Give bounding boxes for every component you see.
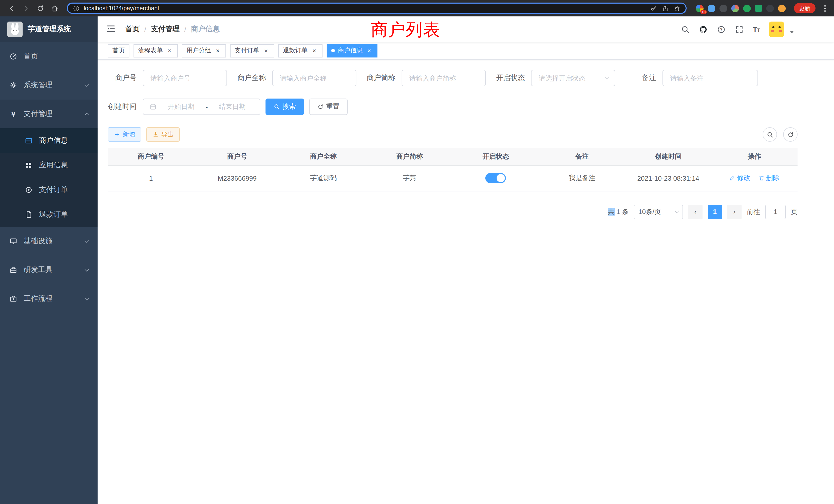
- table-row: 1 M233666999 芋道源码 芋艿 我是备注 2021-10-23 08:…: [108, 165, 797, 191]
- tab-home[interactable]: 首页: [108, 44, 129, 57]
- extension-green-square-icon[interactable]: [755, 5, 762, 12]
- site-info-icon[interactable]: [73, 5, 80, 12]
- filter-merchant-no: 商户号: [108, 70, 227, 86]
- prev-page-button[interactable]: ‹: [688, 205, 703, 219]
- edit-link[interactable]: 修改: [729, 174, 750, 183]
- document-icon: [25, 210, 33, 219]
- goto-page-input[interactable]: [765, 205, 786, 219]
- chevron-down-icon[interactable]: [790, 30, 794, 33]
- sidebar-item-infra[interactable]: 基础设施: [0, 227, 97, 256]
- short-name-input[interactable]: [408, 74, 479, 83]
- sidebar-item-system[interactable]: 系统管理: [0, 71, 97, 99]
- full-name-input[interactable]: [279, 74, 350, 83]
- status-toggle[interactable]: [486, 173, 506, 183]
- key-icon[interactable]: [650, 5, 657, 12]
- sidebar-item-refund-order[interactable]: 退款订单: [0, 202, 97, 227]
- tab-user-group[interactable]: 用户分组 ×: [182, 44, 226, 57]
- sidebar-item-merchant-info[interactable]: 商户信息: [0, 128, 97, 153]
- docs-question-icon[interactable]: ?: [717, 25, 726, 34]
- date-end-placeholder[interactable]: 结束日期: [211, 102, 254, 111]
- merchant-table: 商户编号 商户号 商户全称 商户简称 开启状态 备注 创建时间 操作 1: [108, 148, 797, 191]
- tab-pay-order[interactable]: 支付订单 ×: [230, 44, 274, 57]
- close-icon[interactable]: ×: [214, 47, 221, 54]
- close-icon[interactable]: ×: [311, 47, 318, 54]
- pagination: 共 1 条 10条/页 ‹ 1 › 前往 页: [108, 205, 797, 219]
- extension-green-check-icon[interactable]: [743, 4, 751, 12]
- date-range-picker[interactable]: 开始日期 - 结束日期: [143, 98, 260, 115]
- trash-icon: [759, 175, 765, 181]
- cell-short-name: 芋艿: [367, 165, 453, 191]
- close-icon[interactable]: ×: [366, 47, 373, 54]
- short-name-input-wrap: [401, 70, 486, 86]
- extension-puzzle-icon[interactable]: 10: [696, 4, 704, 12]
- add-button[interactable]: 新增: [108, 127, 141, 142]
- breadcrumb-home[interactable]: 首页: [125, 25, 140, 34]
- remark-input[interactable]: [669, 74, 751, 83]
- sidebar-item-workflow[interactable]: 工作流程: [0, 284, 97, 313]
- merchant-no-input[interactable]: [150, 74, 220, 83]
- fullscreen-icon[interactable]: [735, 25, 744, 34]
- github-icon[interactable]: [699, 25, 708, 34]
- col-short-name: 商户简称: [367, 148, 453, 165]
- tab-merchant-info[interactable]: 商户信息 ×: [327, 44, 377, 57]
- sidebar-item-dev-tools[interactable]: 研发工具: [0, 256, 97, 284]
- status-select[interactable]: [531, 70, 615, 86]
- tab-label: 退款订单: [283, 46, 308, 55]
- merchant-no-input-wrap: [143, 70, 227, 86]
- filter-full-name: 商户全称: [237, 70, 356, 86]
- export-button[interactable]: 导出: [146, 127, 180, 142]
- font-size-icon[interactable]: TT: [753, 26, 760, 33]
- pencil-icon: [729, 175, 736, 181]
- bookmark-star-icon[interactable]: [674, 5, 680, 12]
- home-icon: [50, 4, 58, 12]
- extension-knot-icon[interactable]: [766, 4, 774, 12]
- status-select-input[interactable]: [538, 74, 602, 83]
- chevron-down-icon: [85, 267, 89, 272]
- cell-actions: 修改 删除: [711, 165, 797, 191]
- browser-forward-button[interactable]: [20, 2, 32, 14]
- rabbit-logo-icon: [7, 22, 23, 37]
- tab-process-form[interactable]: 流程表单 ×: [133, 44, 178, 57]
- tab-refund-order[interactable]: 退款订单 ×: [278, 44, 323, 57]
- close-icon[interactable]: ×: [262, 47, 270, 54]
- user-avatar[interactable]: [769, 22, 784, 37]
- date-start-placeholder[interactable]: 开始日期: [160, 102, 203, 111]
- page-size-select[interactable]: 10条/页: [634, 205, 683, 219]
- browser-back-button[interactable]: [5, 2, 18, 14]
- sidebar-item-home[interactable]: 首页: [0, 42, 97, 71]
- filter-row-2: 创建时间 开始日期 - 结束日期 搜索: [108, 98, 797, 115]
- filter-create-time: 创建时间 开始日期 - 结束日期: [108, 98, 260, 115]
- sidebar-toggle-icon[interactable]: [106, 24, 117, 35]
- close-icon[interactable]: ×: [166, 47, 173, 54]
- chevron-down-icon: [85, 296, 89, 300]
- sidebar-item-payment[interactable]: ¥ 支付管理: [0, 99, 97, 128]
- app-title: 芋道管理系统: [28, 25, 71, 34]
- refresh-table-button[interactable]: [783, 127, 797, 142]
- sidebar-item-pay-order[interactable]: 支付订单: [0, 178, 97, 202]
- next-page-button[interactable]: ›: [727, 205, 742, 219]
- col-full-name: 商户全称: [280, 148, 367, 165]
- extension-dark-circle-icon[interactable]: [720, 4, 727, 12]
- app-logo[interactable]: 芋道管理系统: [0, 17, 97, 42]
- browser-update-button[interactable]: 更新: [794, 3, 815, 13]
- browser-home-button[interactable]: [48, 2, 61, 14]
- browser-refresh-button[interactable]: [34, 2, 46, 14]
- extensions-tray: 10: [696, 4, 786, 12]
- extension-blue-drop-icon[interactable]: [708, 4, 716, 12]
- reset-button[interactable]: 重置: [309, 98, 348, 115]
- chevron-down-icon: [675, 209, 679, 213]
- extension-multicolor-icon[interactable]: [731, 4, 739, 12]
- share-icon[interactable]: [662, 5, 668, 12]
- extension-avatar-face-icon[interactable]: [778, 4, 786, 12]
- search-icon[interactable]: [681, 25, 690, 34]
- address-bar[interactable]: localhost:1024/pay/merchant: [67, 3, 687, 14]
- search-button[interactable]: 搜索: [265, 98, 304, 115]
- sidebar-item-app-info[interactable]: 应用信息: [0, 153, 97, 178]
- page-number-button[interactable]: 1: [708, 205, 722, 219]
- breadcrumb-payment[interactable]: 支付管理: [151, 25, 180, 34]
- tab-label: 用户分组: [186, 46, 211, 55]
- toggle-search-button[interactable]: [763, 127, 777, 142]
- delete-link[interactable]: 删除: [759, 174, 780, 183]
- filter-row-1: 商户号 商户全称 商户简称: [108, 70, 797, 86]
- browser-menu-icon[interactable]: [821, 3, 829, 13]
